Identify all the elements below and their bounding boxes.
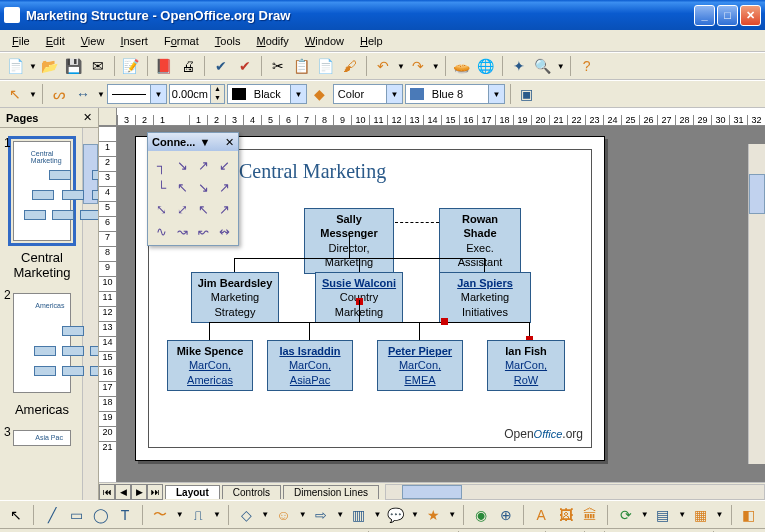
connector-type-6[interactable]: ↖	[173, 177, 192, 197]
minimize-button[interactable]: _	[694, 5, 715, 26]
new-dropdown[interactable]: ▼	[28, 62, 37, 71]
close-button[interactable]: ✕	[740, 5, 761, 26]
redo-button[interactable]: ↷	[407, 55, 429, 77]
hyperlink-button[interactable]: 🌐	[475, 55, 497, 77]
vertical-ruler[interactable]: 123456789101112131415161718192021	[99, 126, 117, 482]
menu-window[interactable]: Window	[297, 33, 352, 49]
connector-type-10[interactable]: ⤢	[173, 199, 192, 219]
select-tool[interactable]: ↖	[6, 504, 26, 526]
menu-insert[interactable]: Insert	[112, 33, 156, 49]
connector-type-13[interactable]: ∿	[152, 221, 171, 241]
connector-type-8[interactable]: ↗	[215, 177, 234, 197]
menu-file[interactable]: File	[4, 33, 38, 49]
basic-shapes-tool[interactable]: ◇	[236, 504, 256, 526]
connectors-palette[interactable]: Conne... ▼ ✕ ┐ ↘ ↗ ↙ └ ↖ ↘ ↗ ⤡ ⤢	[147, 132, 239, 246]
new-button[interactable]: 📄	[4, 55, 26, 77]
connector-type-15[interactable]: ↜	[194, 221, 213, 241]
format-paint-button[interactable]: 🖌	[339, 55, 361, 77]
connector-tool[interactable]: ⎍	[188, 504, 208, 526]
chart-button[interactable]: 🥧	[451, 55, 473, 77]
connector-type-14[interactable]: ↝	[173, 221, 192, 241]
rotate-tool[interactable]: ⟳	[615, 504, 635, 526]
undo-dropdown[interactable]: ▼	[396, 62, 405, 71]
edit-points-tool[interactable]: ◉	[471, 504, 491, 526]
org-box-asiapac[interactable]: Ias IsraddinMarCon, AsiaPac	[267, 340, 353, 391]
connector-type-16[interactable]: ↭	[215, 221, 234, 241]
tab-nav-last[interactable]: ⏭	[147, 484, 163, 500]
rect-tool[interactable]: ▭	[66, 504, 86, 526]
zoom-button[interactable]: 🔍	[532, 55, 554, 77]
export-pdf-button[interactable]: 📕	[153, 55, 175, 77]
page-thumbnail-1[interactable]: 1 Central Marketing Central Marketing	[8, 136, 76, 284]
connector-type-4[interactable]: ↙	[215, 155, 234, 175]
stars-tool[interactable]: ★	[423, 504, 443, 526]
mail-button[interactable]: ✉	[87, 55, 109, 77]
connectors-close-icon[interactable]: ✕	[225, 136, 234, 149]
save-button[interactable]: 💾	[63, 55, 85, 77]
print-button[interactable]: 🖨	[177, 55, 199, 77]
pages-body[interactable]: 1 Central Marketing Central Marketing 2 …	[0, 128, 98, 500]
line-style-combo[interactable]: ▼	[107, 84, 167, 104]
connector-type-12[interactable]: ↗	[215, 199, 234, 219]
horizontal-ruler[interactable]: 3211234567891011121314151617181920212223…	[99, 108, 765, 126]
gluepoints-tool[interactable]: ⊕	[496, 504, 516, 526]
connector-type-3[interactable]: ↗	[194, 155, 213, 175]
open-button[interactable]: 📂	[39, 55, 61, 77]
line-tool[interactable]: ╱	[41, 504, 61, 526]
drawing-canvas[interactable]: Conne... ▼ ✕ ┐ ↘ ↗ ↙ └ ↖ ↘ ↗ ⤡ ⤢	[117, 126, 765, 482]
connector-type-5[interactable]: └	[152, 177, 171, 197]
org-box-strategy[interactable]: Jim BeardsleyMarketing Strategy	[191, 272, 279, 323]
align-tool[interactable]: ▤	[653, 504, 673, 526]
tab-nav-first[interactable]: ⏮	[99, 484, 115, 500]
arrow-select-dropdown[interactable]: ▼	[28, 90, 37, 99]
connector-type-11[interactable]: ↖	[194, 199, 213, 219]
edit-doc-button[interactable]: 📝	[120, 55, 142, 77]
fill-style-combo[interactable]: Color▼	[333, 84, 403, 104]
shadow-button[interactable]: ▣	[516, 83, 538, 105]
line-width-spin[interactable]: ▲▼	[169, 84, 225, 104]
flowchart-tool[interactable]: ▥	[348, 504, 368, 526]
copy-button[interactable]: 📋	[291, 55, 313, 77]
extrusion-tool[interactable]: ◧	[738, 504, 758, 526]
zoom-dropdown[interactable]: ▼	[556, 62, 565, 71]
arrow-style-button[interactable]: ↔	[72, 83, 94, 105]
menu-edit[interactable]: Edit	[38, 33, 73, 49]
tab-nav-next[interactable]: ▶	[131, 484, 147, 500]
fill-color-combo[interactable]: Blue 8▼	[405, 84, 505, 104]
connectors-dropdown-icon[interactable]: ▼	[199, 136, 210, 148]
spellcheck-button[interactable]: ✔	[210, 55, 232, 77]
tab-layout[interactable]: Layout	[165, 485, 220, 499]
line-endstyle-button[interactable]: ᔕ	[48, 83, 70, 105]
maximize-button[interactable]: □	[717, 5, 738, 26]
page-thumbnail-3[interactable]: 3 Asia Pac	[8, 425, 76, 451]
tab-nav-prev[interactable]: ◀	[115, 484, 131, 500]
org-box-initiatives[interactable]: Jan SpiersMarketing Initiatives	[439, 272, 531, 323]
canvas-horizontal-scrollbar[interactable]	[385, 484, 765, 500]
org-box-emea[interactable]: Peter PieperMarCon, EMEA	[377, 340, 463, 391]
menu-modify[interactable]: Modify	[248, 33, 296, 49]
from-file-tool[interactable]: 🖼	[555, 504, 575, 526]
arrow-shapes-tool[interactable]: ⇨	[311, 504, 331, 526]
arrow-style-dropdown[interactable]: ▼	[96, 90, 105, 99]
ellipse-tool[interactable]: ◯	[90, 504, 110, 526]
undo-button[interactable]: ↶	[372, 55, 394, 77]
line-color-combo[interactable]: Black▼	[227, 84, 307, 104]
navigator-button[interactable]: ✦	[508, 55, 530, 77]
help-button[interactable]: ?	[576, 55, 598, 77]
connectors-title-bar[interactable]: Conne... ▼ ✕	[148, 133, 238, 151]
redo-dropdown[interactable]: ▼	[431, 62, 440, 71]
menu-format[interactable]: Format	[156, 33, 207, 49]
arrange-tool[interactable]: ▦	[690, 504, 710, 526]
area-button[interactable]: ◆	[309, 83, 331, 105]
connector-type-7[interactable]: ↘	[194, 177, 213, 197]
org-box-americas[interactable]: Mike SpenceMarCon, Americas	[167, 340, 253, 391]
curve-tool[interactable]: 〜	[150, 504, 170, 526]
menu-tools[interactable]: Tools	[207, 33, 249, 49]
org-box-row[interactable]: Ian FishMarCon, RoW	[487, 340, 565, 391]
connector-type-1[interactable]: ┐	[152, 155, 171, 175]
pages-close-icon[interactable]: ✕	[83, 111, 92, 124]
page-thumbnail-2[interactable]: 2 Americas Americas	[8, 288, 76, 421]
pages-scrollbar[interactable]	[82, 128, 98, 500]
arrow-select-button[interactable]: ↖	[4, 83, 26, 105]
auto-spellcheck-button[interactable]: ✔	[234, 55, 256, 77]
